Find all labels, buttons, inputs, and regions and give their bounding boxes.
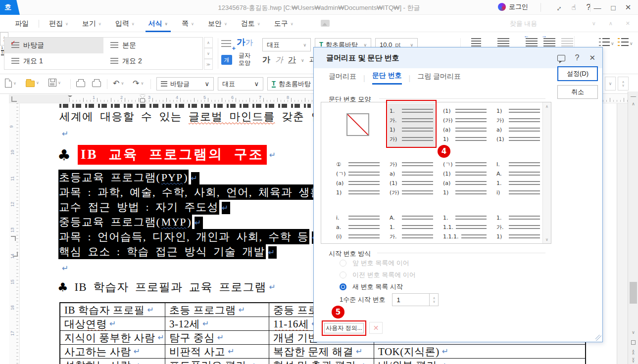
table-cell[interactable]: IB 학습자 프로필↵ xyxy=(60,303,165,317)
login-button[interactable]: 로그인 xyxy=(498,2,528,11)
table-cell[interactable]: 대상 연령↵ xyxy=(60,317,165,331)
menu-item-서식[interactable]: 서식∨ xyxy=(142,15,175,32)
ruler-corner[interactable] xyxy=(9,94,20,103)
italic-button[interactable]: 가 xyxy=(275,55,283,65)
level-start-stepper[interactable]: ∧∨ xyxy=(430,293,439,306)
table-cell[interactable]: 사고하는 사람↵ xyxy=(60,345,165,359)
scroll-up-icon[interactable]: ∧ xyxy=(628,99,638,108)
margin-marker-icon[interactable] xyxy=(68,95,72,100)
selected-text-line[interactable]: 과목 : 과학, 예술, 수학, 사회, 언어, 체육과 생활지도↵ xyxy=(58,185,356,200)
menu-item-편집[interactable]: 편집∨ xyxy=(42,15,75,32)
toolbar-spinner[interactable]: ∧∨ xyxy=(618,77,629,91)
selected-text-line[interactable]: 핵심 요소 : 학습 접근 방식 기술 개발↵ xyxy=(58,244,356,259)
touch-mode-icon[interactable]: ☝ xyxy=(568,2,580,13)
indent-increase-icon[interactable] xyxy=(543,38,555,47)
apply-button[interactable]: 설정(D) xyxy=(557,66,598,81)
vertical-scrollbar[interactable]: — ∧ ∨ ∧∧ ∨∨ xyxy=(628,91,638,364)
scroll-up-icon[interactable]: ∧ xyxy=(543,102,551,110)
menu-item-검토[interactable]: 검토∨ xyxy=(234,15,267,32)
char-shape-label[interactable]: 글자 모양 xyxy=(236,52,253,67)
find-next-icon[interactable]: ∨ xyxy=(592,20,596,27)
table-cell[interactable]: 3-12세↵ xyxy=(165,317,269,331)
table-cell[interactable]: 지식이 풍부한 사람↵ xyxy=(60,331,165,345)
number-style-none[interactable] xyxy=(334,103,382,147)
cancel-button[interactable]: 취소 xyxy=(557,85,598,99)
preset-dropdown[interactable]: 대표 ∨ xyxy=(262,38,311,51)
scroll-down-icon[interactable]: ∨ xyxy=(628,328,638,337)
preset-dropdown-2[interactable]: 대표 ∨ xyxy=(218,77,263,91)
toolbar-overflow-button[interactable]: ∨ xyxy=(605,77,616,91)
find-prev-icon[interactable]: ∧ xyxy=(609,20,613,27)
number-style-item[interactable]: 1.1.1.1.1.1.1.1.1.1. xyxy=(441,210,489,244)
selected-text-line[interactable]: 과목 : 언어습득, 디자인, 개인과 사회, 수학 등↵ xyxy=(58,229,356,244)
menu-item-도구[interactable]: 도구∨ xyxy=(267,15,300,32)
save-button[interactable]: ∨ xyxy=(49,79,61,87)
quick-image-icon[interactable] xyxy=(321,20,330,27)
close-button[interactable]: ✕ xyxy=(622,2,634,13)
menu-item-보기[interactable]: 보기∨ xyxy=(75,15,108,32)
char-highlight-icon[interactable]: 가가 xyxy=(237,36,253,48)
menu-item-파일[interactable]: 파일 xyxy=(8,15,36,32)
selected-text-line[interactable]: 교수 접근 방법 : 자기 주도성↵ xyxy=(58,200,356,215)
bullet-list-icon[interactable] xyxy=(599,38,610,46)
radio-앞 번호 목록에 이어[interactable]: 앞 번호 목록에 이어 xyxy=(314,257,602,269)
resize-grip[interactable] xyxy=(595,335,601,341)
tab-문단 번호[interactable]: 문단 번호 xyxy=(372,71,402,85)
chevron-down-icon[interactable]: ∨ xyxy=(611,41,614,46)
chevron-down-icon[interactable]: ∨ xyxy=(301,58,304,63)
vertical-ruler[interactable]: 91011121314151617 xyxy=(9,103,20,364)
menu-item-쪽[interactable]: 쪽∨ xyxy=(175,15,201,32)
bold-button[interactable]: 가 xyxy=(262,55,270,65)
menu-item-보안[interactable]: 보안∨ xyxy=(201,15,234,32)
number-style-item[interactable]: 1.가.1)가) xyxy=(494,210,542,244)
number-style-item[interactable]: 가)a)(1)(가) xyxy=(388,157,435,200)
page-view-icon[interactable] xyxy=(628,338,638,347)
menu-item-입력[interactable]: 입력∨ xyxy=(108,15,142,32)
scroll-up-icon[interactable]: ∧ xyxy=(204,37,213,48)
radio-새 번호 목록 시작[interactable]: 새 번호 목록 시작 xyxy=(314,281,602,293)
style-add-icon[interactable] xyxy=(221,40,231,50)
style-item-개요 1[interactable]: 개요 1 xyxy=(4,53,103,69)
outdent-icon[interactable] xyxy=(561,38,573,47)
tab-그림 글머리표[interactable]: 그림 글머리표 xyxy=(417,72,461,84)
maximize-button[interactable]: □ xyxy=(607,2,619,13)
style-item-본문[interactable]: 본문 xyxy=(103,38,202,53)
number-style-item[interactable]: 1)가)a)(1) xyxy=(494,103,542,147)
table-cell[interactable]: 복잡한 문제 해결↵ xyxy=(269,345,374,359)
table-cell[interactable]: 비판적 사고↵ xyxy=(165,345,269,359)
selected-text-line[interactable]: 초등교육 프로그램(PYP)↵ xyxy=(58,170,356,185)
dialog-close-icon[interactable]: ✕ xyxy=(589,53,595,62)
new-document-button[interactable]: ∨ xyxy=(5,79,16,88)
indent-marker-icon[interactable] xyxy=(140,95,145,102)
number-style-item[interactable]: A.1.가.(a) xyxy=(388,210,435,244)
tab-글머리표[interactable]: 글머리표 xyxy=(329,72,356,84)
number-style-item[interactable]: I.A.1.i) xyxy=(494,157,542,200)
fullscreen-icon[interactable]: ↔ xyxy=(550,0,566,15)
find-input[interactable]: 찾을 내용 xyxy=(510,19,579,28)
align-left-icon[interactable] xyxy=(471,38,481,47)
number-style-item[interactable]: (ㄱ)(1)(a)1) xyxy=(441,157,489,200)
dialog-help-icon[interactable]: ? xyxy=(575,53,580,62)
table-cell[interactable]: 탐구 중심↵ xyxy=(165,331,269,345)
print-preview-button[interactable] xyxy=(92,79,101,87)
minimize-button[interactable]: — xyxy=(591,2,603,13)
user-defined-button[interactable]: 사용자 정의... xyxy=(324,323,364,333)
scrollbar-thumb[interactable] xyxy=(630,282,637,304)
scroll-down-icon[interactable]: ∨ xyxy=(543,235,551,243)
ordered-list-icon[interactable] xyxy=(618,38,629,46)
undo-button[interactable]: ↶∨ xyxy=(113,79,124,88)
number-style-item[interactable]: 1.가.1)가) xyxy=(388,103,435,147)
open-button[interactable]: ∨ xyxy=(26,79,39,87)
redo-button[interactable]: ↷∨ xyxy=(133,79,144,88)
radio-이전 번호 목록에 이어[interactable]: 이전 번호 목록에 이어 xyxy=(314,269,602,281)
table-cell[interactable]: 초등 프로그램↵ xyxy=(165,303,269,317)
paragraph-style-dropdown[interactable]: 바탕글 ∨ xyxy=(156,77,214,91)
doc-heading-2[interactable]: ♣ IB 학습자 프로필과 교육 프로그램 ↵ xyxy=(57,279,276,295)
selected-text-line[interactable]: 중등교육 프로그램(MYP)↵ xyxy=(58,215,356,229)
number-style-item[interactable]: ①(ㄱ)(a)1) xyxy=(334,157,382,200)
style-item-바탕글[interactable]: ✓바탕글 xyxy=(4,38,103,53)
char-shape-dialog-icon[interactable]: 개 xyxy=(221,55,232,65)
justify-icon[interactable] xyxy=(497,38,509,47)
scroll-down-icon[interactable]: ∨ xyxy=(204,48,213,59)
number-style-item[interactable]: (1)(가)(a)1) xyxy=(441,103,489,147)
